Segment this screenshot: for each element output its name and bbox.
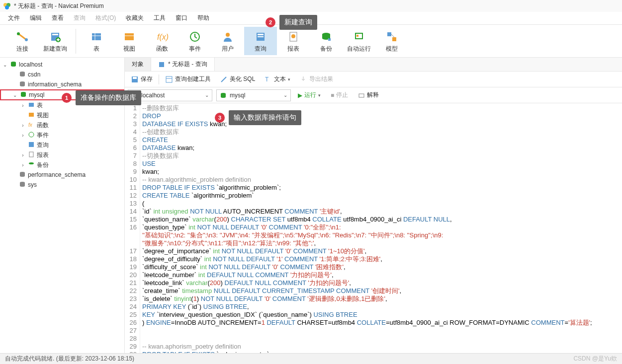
menu-格式(O): 格式(O) xyxy=(90,12,121,24)
tool-model[interactable]: 模型 xyxy=(375,27,408,55)
table-icon xyxy=(80,29,113,45)
query-icon xyxy=(28,141,35,149)
menu-查询: 查询 xyxy=(69,12,90,24)
beautify-button[interactable]: 美化 SQL xyxy=(217,73,258,85)
line-gutter: 1234567891011121314151617181920212223242… xyxy=(125,103,140,356)
tree-函数[interactable]: ›fx函数 xyxy=(0,120,124,130)
svg-rect-11 xyxy=(125,33,134,40)
svg-rect-31 xyxy=(29,103,34,107)
tab-* 无标题 - 查询[interactable]: * 无标题 - 查询 xyxy=(151,58,215,71)
report-icon xyxy=(28,151,35,159)
svg-rect-48 xyxy=(359,94,364,97)
new-query-icon xyxy=(39,29,72,45)
connection-row: localhost⌄ mysql⌄ ▶ 运行 ▾ ■ 停止 解释 xyxy=(125,87,622,103)
menu-文件[interactable]: 文件 xyxy=(3,12,25,24)
svg-point-3 xyxy=(17,32,20,35)
tool-new-query[interactable]: 新建查询 xyxy=(39,27,72,55)
export-icon xyxy=(299,75,307,83)
view-icon xyxy=(28,111,35,120)
svg-rect-6 xyxy=(52,34,58,35)
save-button[interactable]: 保存 xyxy=(128,73,156,85)
menu-编辑[interactable]: 编辑 xyxy=(25,12,47,24)
report-icon xyxy=(277,29,310,45)
text-icon: T xyxy=(264,75,272,83)
stop-button: ■ 停止 xyxy=(328,89,351,101)
tool-report[interactable]: 报表 xyxy=(277,27,310,55)
svg-rect-40 xyxy=(159,62,164,67)
tree-csdn[interactable]: csdn xyxy=(0,70,124,79)
query-icon xyxy=(158,61,165,68)
callout-2: 2 新建查询 xyxy=(266,15,317,30)
menu-窗口[interactable]: 窗口 xyxy=(171,12,192,24)
backup-icon xyxy=(310,29,343,45)
svg-rect-23 xyxy=(356,35,358,37)
tool-event[interactable]: 事件 xyxy=(178,27,211,55)
tree-报表[interactable]: ›报表 xyxy=(0,150,124,160)
tool-view[interactable]: 视图 xyxy=(113,27,146,55)
svg-rect-25 xyxy=(392,37,396,41)
app-logo-icon xyxy=(3,2,11,10)
svg-point-4 xyxy=(25,38,28,41)
callout-3-text: 输入数据库操作语句 xyxy=(229,110,301,125)
run-button[interactable]: ▶ 运行 ▾ xyxy=(295,89,324,101)
fx-icon: fx xyxy=(28,121,35,130)
tool-backup[interactable]: 备份 xyxy=(310,27,343,55)
tree-localhost[interactable]: ⌄localhost xyxy=(0,60,124,70)
svg-point-37 xyxy=(29,162,34,164)
svg-rect-35 xyxy=(29,142,34,147)
tree-查询[interactable]: 查询 xyxy=(0,140,124,150)
tool-fx[interactable]: f(x)函数 xyxy=(146,27,178,55)
tree-sys[interactable]: sys xyxy=(0,180,124,190)
model-icon xyxy=(375,29,408,45)
svg-rect-8 xyxy=(92,33,101,40)
view-icon xyxy=(113,29,146,45)
menu-查看[interactable]: 查看 xyxy=(47,12,69,24)
svg-rect-32 xyxy=(29,113,34,117)
menu-收藏夹[interactable]: 收藏夹 xyxy=(121,12,149,24)
sql-editor[interactable]: 1234567891011121314151617181920212223242… xyxy=(125,103,622,356)
tool-connect[interactable]: 连接 xyxy=(6,27,39,55)
tree-视图[interactable]: 视图 xyxy=(0,110,124,120)
title-bar: * 无标题 - 查询 - Navicat Premium xyxy=(0,0,622,12)
wand-icon xyxy=(220,75,228,83)
db-icon xyxy=(19,80,26,89)
tab-strip: 对象* 无标题 - 查询 xyxy=(125,58,622,72)
tool-table[interactable]: 表 xyxy=(80,27,113,55)
svg-point-20 xyxy=(291,34,295,38)
table-icon xyxy=(28,101,35,110)
builder-button[interactable]: 查询创建工具 xyxy=(162,73,214,85)
svg-point-34 xyxy=(29,132,34,137)
text-dropdown[interactable]: T文本▾ xyxy=(261,73,293,85)
svg-rect-43 xyxy=(166,76,172,82)
event-icon xyxy=(28,131,35,140)
export-button: 导出结果 xyxy=(296,73,336,85)
svg-point-2 xyxy=(5,5,9,9)
svg-text:fx: fx xyxy=(28,122,33,128)
tool-auto[interactable]: 自动运行 xyxy=(343,27,375,55)
tab-对象[interactable]: 对象 xyxy=(125,58,151,71)
db-dropdown[interactable]: mysql⌄ xyxy=(216,89,291,101)
fx-icon: f(x) xyxy=(146,29,178,45)
svg-rect-42 xyxy=(133,77,137,79)
database-icon xyxy=(220,92,227,99)
menu-帮助[interactable]: 帮助 xyxy=(192,12,214,24)
svg-text:T: T xyxy=(265,76,269,83)
callout-3-num: 3 xyxy=(215,113,225,123)
tree-information_schema[interactable]: information_schema xyxy=(0,79,124,89)
svg-line-26 xyxy=(391,34,394,37)
event-icon xyxy=(178,29,211,45)
svg-rect-18 xyxy=(258,36,264,37)
svg-rect-24 xyxy=(387,32,391,36)
tree-performance_schema[interactable]: performance_schema xyxy=(0,170,124,180)
status-right: CSDN @是Yu欸 xyxy=(573,355,617,363)
db-icon xyxy=(19,171,26,179)
menu-工具[interactable]: 工具 xyxy=(149,12,171,24)
tree-事件[interactable]: ›事件 xyxy=(0,130,124,140)
explain-button[interactable]: 解释 xyxy=(355,89,382,101)
tool-query[interactable]: 查询 xyxy=(244,27,277,55)
connect-icon xyxy=(6,29,39,45)
tree-备份[interactable]: ›备份 xyxy=(0,160,124,170)
builder-icon xyxy=(165,75,173,83)
tool-user[interactable]: 用户 xyxy=(211,27,244,55)
code-area[interactable]: --删除数据库DROPDATABASE IF EXISTS kwan;--创建数… xyxy=(140,103,592,356)
